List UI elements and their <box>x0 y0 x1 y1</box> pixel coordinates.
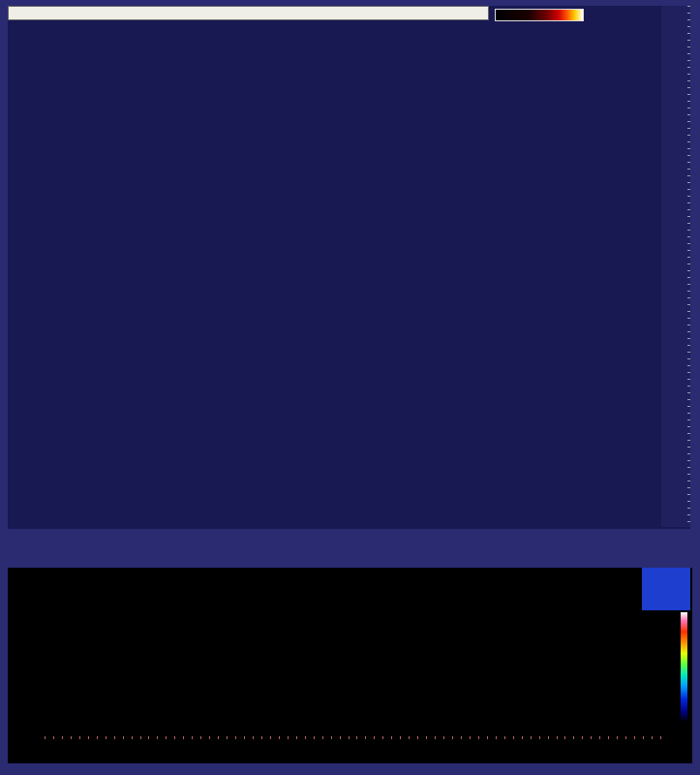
frequency-axis <box>661 6 690 527</box>
intensity-colorbar <box>681 612 687 721</box>
sos70-logo <box>642 568 690 610</box>
page: { "page": {"bg": "#2b2b72"}, "top_chart"… <box>0 0 700 775</box>
chart-title <box>8 6 489 20</box>
magnetic-field-spectrogram-panel <box>8 6 690 529</box>
sos-3day-spectrogram-panel <box>8 568 692 763</box>
db-colorbar <box>495 9 584 22</box>
db-colorbar-gradient <box>495 9 584 21</box>
hour-tick-marks <box>45 736 669 739</box>
hourly-spectrogram-canvas <box>8 6 661 527</box>
frequency-minor-ticks <box>687 6 690 527</box>
three-day-spectrogram-canvas <box>45 581 669 736</box>
